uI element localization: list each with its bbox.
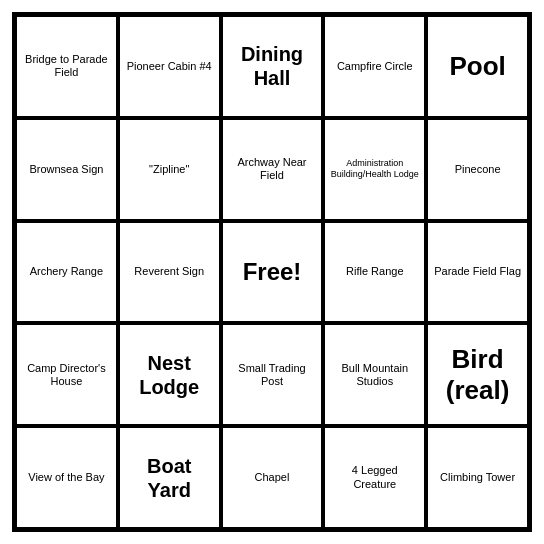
- cell-label-r3c0: Camp Director's House: [21, 362, 112, 388]
- cell-label-r0c2: Dining Hall: [227, 42, 318, 90]
- bingo-cell-r3c0[interactable]: Camp Director's House: [15, 323, 118, 426]
- bingo-cell-r4c0[interactable]: View of the Bay: [15, 426, 118, 529]
- bingo-cell-r4c3[interactable]: 4 Legged Creature: [323, 426, 426, 529]
- cell-label-r2c0: Archery Range: [30, 265, 103, 278]
- bingo-cell-r1c0[interactable]: Brownsea Sign: [15, 118, 118, 221]
- cell-label-r3c1: Nest Lodge: [124, 351, 215, 399]
- cell-label-r4c0: View of the Bay: [28, 471, 104, 484]
- bingo-cell-r3c4[interactable]: Bird (real): [426, 323, 529, 426]
- bingo-cell-r2c3[interactable]: Rifle Range: [323, 221, 426, 324]
- bingo-cell-r0c2[interactable]: Dining Hall: [221, 15, 324, 118]
- bingo-card: Bridge to Parade FieldPioneer Cabin #4Di…: [12, 12, 532, 532]
- cell-label-r4c2: Chapel: [255, 471, 290, 484]
- cell-label-r1c2: Archway Near Field: [227, 156, 318, 182]
- cell-label-r4c1: Boat Yard: [124, 454, 215, 502]
- bingo-cell-r2c4[interactable]: Parade Field Flag: [426, 221, 529, 324]
- bingo-cell-r0c1[interactable]: Pioneer Cabin #4: [118, 15, 221, 118]
- cell-label-r1c0: Brownsea Sign: [29, 163, 103, 176]
- bingo-cell-r2c0[interactable]: Archery Range: [15, 221, 118, 324]
- cell-label-r4c3: 4 Legged Creature: [329, 464, 420, 490]
- bingo-cell-r4c1[interactable]: Boat Yard: [118, 426, 221, 529]
- bingo-cell-r1c3[interactable]: Administration Building/Health Lodge: [323, 118, 426, 221]
- bingo-cell-r1c4[interactable]: Pinecone: [426, 118, 529, 221]
- bingo-cell-r3c3[interactable]: Bull Mountain Studios: [323, 323, 426, 426]
- bingo-cell-r0c3[interactable]: Campfire Circle: [323, 15, 426, 118]
- cell-label-r1c4: Pinecone: [455, 163, 501, 176]
- cell-label-r0c3: Campfire Circle: [337, 60, 413, 73]
- bingo-cell-r0c0[interactable]: Bridge to Parade Field: [15, 15, 118, 118]
- cell-label-r2c1: Reverent Sign: [134, 265, 204, 278]
- cell-label-r3c4: Bird (real): [432, 344, 523, 406]
- cell-label-r1c3: Administration Building/Health Lodge: [329, 158, 420, 180]
- bingo-cell-r4c2[interactable]: Chapel: [221, 426, 324, 529]
- cell-label-r1c1: "Zipline": [149, 163, 189, 176]
- cell-label-r2c3: Rifle Range: [346, 265, 403, 278]
- bingo-cell-r2c1[interactable]: Reverent Sign: [118, 221, 221, 324]
- cell-label-r4c4: Climbing Tower: [440, 471, 515, 484]
- bingo-cell-r3c2[interactable]: Small Trading Post: [221, 323, 324, 426]
- bingo-cell-r3c1[interactable]: Nest Lodge: [118, 323, 221, 426]
- bingo-cell-r1c1[interactable]: "Zipline": [118, 118, 221, 221]
- cell-label-r3c2: Small Trading Post: [227, 362, 318, 388]
- cell-label-r2c2: Free!: [243, 258, 302, 287]
- cell-label-r0c1: Pioneer Cabin #4: [127, 60, 212, 73]
- bingo-cell-r4c4[interactable]: Climbing Tower: [426, 426, 529, 529]
- cell-label-r3c3: Bull Mountain Studios: [329, 362, 420, 388]
- cell-label-r0c0: Bridge to Parade Field: [21, 53, 112, 79]
- bingo-cell-r1c2[interactable]: Archway Near Field: [221, 118, 324, 221]
- cell-label-r2c4: Parade Field Flag: [434, 265, 521, 278]
- bingo-cell-r2c2[interactable]: Free!: [221, 221, 324, 324]
- bingo-cell-r0c4[interactable]: Pool: [426, 15, 529, 118]
- cell-label-r0c4: Pool: [449, 51, 505, 82]
